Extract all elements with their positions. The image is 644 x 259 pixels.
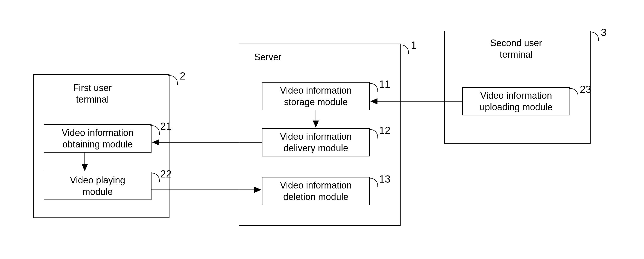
ref-num-2: 2 (180, 70, 185, 82)
ref-num-13: 13 (379, 173, 391, 185)
second-user-terminal-title: Second userterminal (480, 37, 552, 60)
video-info-uploading-module: Video informationuploading module (462, 87, 570, 115)
ref-curve-1 (400, 45, 409, 54)
video-info-obtaining-module: Video informationobtaining module (44, 124, 151, 153)
ref-num-22: 22 (160, 168, 172, 180)
ref-num-1: 1 (411, 39, 416, 51)
ref-num-21: 21 (160, 121, 172, 132)
video-playing-module: Video playingmodule (44, 172, 151, 200)
server-title: Server (254, 51, 281, 63)
ref-num-3: 3 (601, 27, 607, 38)
video-info-delivery-module: Video informationdelivery module (262, 128, 370, 156)
ref-curve-2 (168, 75, 178, 85)
ref-num-12: 12 (379, 125, 391, 136)
ref-curve-3 (590, 32, 599, 41)
ref-num-11: 11 (379, 78, 391, 90)
video-info-storage-module: Video informationstorage module (262, 82, 370, 110)
video-info-deletion-module: Video informationdeletion module (262, 177, 370, 205)
ref-num-23: 23 (580, 84, 591, 95)
first-user-terminal-title: First userterminal (56, 82, 128, 105)
